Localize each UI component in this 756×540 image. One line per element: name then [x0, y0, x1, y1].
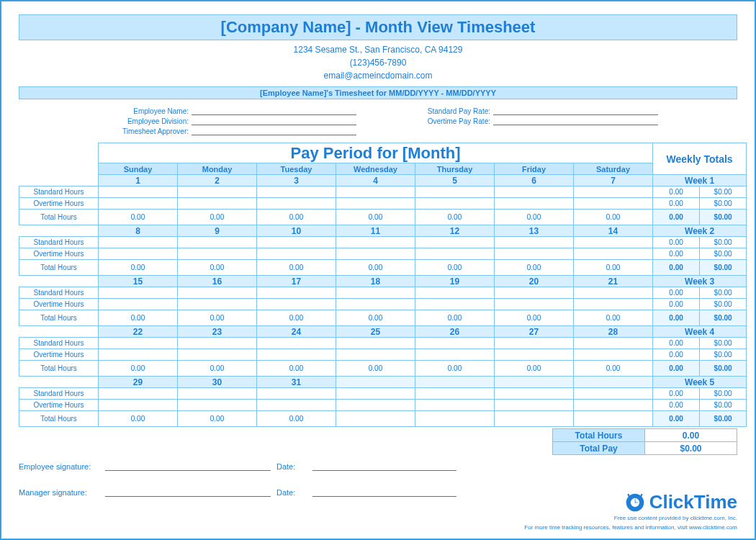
- ot-cell-w4-d6: [574, 400, 653, 411]
- std-cell-w1-d6[interactable]: [574, 237, 653, 248]
- std-cell-w1-d0[interactable]: [99, 237, 178, 248]
- mgr-sig-field[interactable]: [105, 484, 271, 497]
- std-cell-w3-d0[interactable]: [99, 338, 178, 349]
- ot-cell-w3-d1[interactable]: [178, 349, 257, 361]
- ot-cell-w2-d5[interactable]: [495, 299, 574, 310]
- std-hours-w2: 0.00: [653, 287, 700, 299]
- ot-cell-w0-d2[interactable]: [257, 198, 336, 210]
- std-cell-w0-d4[interactable]: [415, 186, 495, 198]
- emp-approver-field[interactable]: [192, 127, 356, 135]
- ot-cell-w3-d2[interactable]: [257, 349, 336, 361]
- date-cell-w4-d4: [415, 377, 495, 388]
- ot-cell-w0-d1[interactable]: [178, 198, 257, 210]
- ot-cell-w2-d2[interactable]: [257, 299, 336, 310]
- ot-cell-w0-d3[interactable]: [336, 198, 415, 210]
- std-cell-w0-d5[interactable]: [495, 186, 574, 198]
- blank-cell: [19, 377, 99, 388]
- std-cell-w3-d6[interactable]: [574, 338, 653, 349]
- std-cell-w0-d0[interactable]: [99, 186, 178, 198]
- ot-cell-w3-d6[interactable]: [574, 349, 653, 361]
- emp-sig-field[interactable]: [105, 458, 271, 471]
- footer: ClickTime Free use content provided by c…: [524, 491, 737, 531]
- ot-cell-w3-d3[interactable]: [336, 349, 415, 361]
- ot-cell-w1-d5[interactable]: [495, 248, 574, 260]
- std-cell-w2-d5[interactable]: [495, 287, 574, 299]
- std-cell-w4-d1[interactable]: [178, 388, 257, 400]
- std-cell-w1-d1[interactable]: [178, 237, 257, 248]
- grand-totals: Total Hours 0.00 Total Pay $0.00: [552, 428, 737, 455]
- row-label-ot-w4: Overtime Hours: [19, 400, 99, 411]
- std-cell-w3-d4[interactable]: [415, 338, 495, 349]
- std-cell-w1-d5[interactable]: [495, 237, 574, 248]
- tot-cell-w2-d6: 0.00: [574, 310, 653, 326]
- ot-cell-w1-d0[interactable]: [99, 248, 178, 260]
- ot-cell-w2-d6[interactable]: [574, 299, 653, 310]
- tot-cell-w3-d3: 0.00: [336, 361, 415, 377]
- std-cell-w0-d6[interactable]: [574, 186, 653, 198]
- date-cell-w4-d1: 30: [178, 377, 257, 388]
- std-rate-field[interactable]: [493, 107, 658, 115]
- std-cell-w4-d4: [415, 388, 495, 400]
- date-cell-w3-d0: 22: [99, 326, 178, 338]
- std-cell-w3-d2[interactable]: [257, 338, 336, 349]
- std-cell-w0-d3[interactable]: [336, 186, 415, 198]
- tot-cell-w2-d5: 0.00: [495, 310, 574, 326]
- std-cell-w1-d3[interactable]: [336, 237, 415, 248]
- ot-cell-w2-d0[interactable]: [99, 299, 178, 310]
- std-cell-w2-d3[interactable]: [336, 287, 415, 299]
- ot-cell-w0-d5[interactable]: [495, 198, 574, 210]
- std-cell-w3-d1[interactable]: [178, 338, 257, 349]
- std-cell-w3-d5[interactable]: [495, 338, 574, 349]
- emp-division-field[interactable]: [192, 117, 356, 125]
- ot-cell-w2-d4[interactable]: [415, 299, 495, 310]
- employee-info: Employee Name: Employee Division: Timesh…: [98, 107, 658, 137]
- ot-cell-w0-d0[interactable]: [99, 198, 178, 210]
- emp-date-field[interactable]: [312, 458, 456, 471]
- std-cell-w4-d0[interactable]: [99, 388, 178, 400]
- emp-sig-label: Employee signature:: [19, 462, 105, 471]
- std-cell-w4-d2[interactable]: [257, 388, 336, 400]
- ot-cell-w4-d0[interactable]: [99, 400, 178, 411]
- std-cell-w2-d6[interactable]: [574, 287, 653, 299]
- tot-cell-w4-d5: [495, 411, 574, 427]
- mgr-date-field[interactable]: [312, 484, 456, 497]
- ot-rate-field[interactable]: [493, 117, 658, 125]
- ot-cell-w3-d5[interactable]: [495, 349, 574, 361]
- ot-cell-w3-d0[interactable]: [99, 349, 178, 361]
- footer-line2: For more time tracking resources, featur…: [524, 524, 737, 531]
- row-label-std-w1: Standard Hours: [19, 237, 99, 248]
- std-cell-w4-d3: [336, 388, 415, 400]
- date-cell-w2-d3: 18: [336, 276, 415, 287]
- ot-cell-w1-d1[interactable]: [178, 248, 257, 260]
- ot-cell-w0-d4[interactable]: [415, 198, 495, 210]
- ot-cell-w1-d4[interactable]: [415, 248, 495, 260]
- std-cell-w2-d1[interactable]: [178, 287, 257, 299]
- std-hours-w0: 0.00: [653, 186, 700, 198]
- ot-cell-w1-d6[interactable]: [574, 248, 653, 260]
- std-cell-w2-d4[interactable]: [415, 287, 495, 299]
- ot-cell-w3-d4[interactable]: [415, 349, 495, 361]
- std-cell-w0-d1[interactable]: [178, 186, 257, 198]
- ot-cell-w1-d2[interactable]: [257, 248, 336, 260]
- std-cell-w0-d2[interactable]: [257, 186, 336, 198]
- ot-cell-w4-d1[interactable]: [178, 400, 257, 411]
- std-cell-w1-d4[interactable]: [415, 237, 495, 248]
- row-label-ot-w3: Overtime Hours: [19, 349, 99, 361]
- std-cell-w2-d2[interactable]: [257, 287, 336, 299]
- ot-cell-w4-d2[interactable]: [257, 400, 336, 411]
- footer-line1: Free use content provided by clicktime.c…: [524, 515, 737, 522]
- ot-cell-w2-d3[interactable]: [336, 299, 415, 310]
- ot-cell-w1-d3[interactable]: [336, 248, 415, 260]
- std-cell-w1-d2[interactable]: [257, 237, 336, 248]
- std-hours-w4: 0.00: [653, 388, 700, 400]
- std-cell-w3-d3[interactable]: [336, 338, 415, 349]
- ot-hours-w1: 0.00: [653, 248, 700, 260]
- std-cell-w2-d0[interactable]: [99, 287, 178, 299]
- company-address: 1234 Sesame St., San Francisco, CA 94129: [19, 43, 737, 56]
- tot-cell-w3-d2: 0.00: [257, 361, 336, 377]
- ot-cell-w0-d6[interactable]: [574, 198, 653, 210]
- date-cell-w4-d2: 31: [257, 377, 336, 388]
- date-cell-w0-d3: 4: [336, 175, 415, 186]
- emp-name-field[interactable]: [192, 107, 356, 115]
- ot-cell-w2-d1[interactable]: [178, 299, 257, 310]
